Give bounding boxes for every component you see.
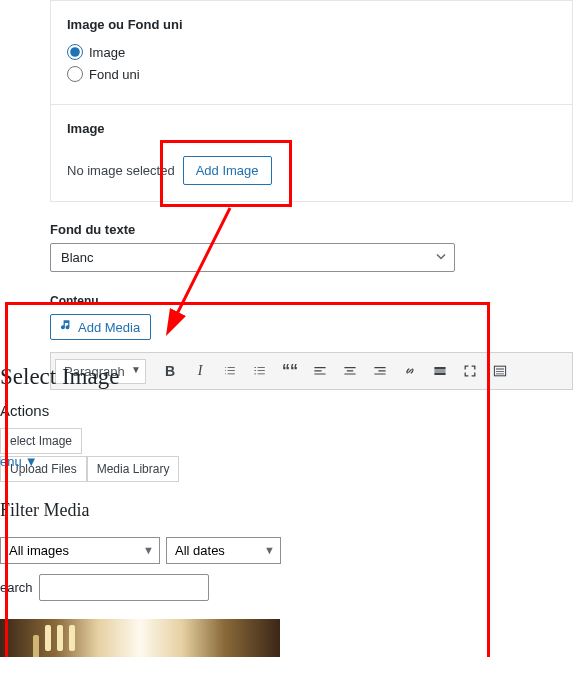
radio-fonduni-label: Fond uni (89, 67, 140, 82)
modal-title: Select Image (0, 364, 119, 390)
blockquote-button[interactable]: ““ (276, 356, 304, 386)
add-image-button[interactable]: Add Image (183, 156, 272, 185)
no-image-text: No image selected (67, 163, 175, 178)
media-thumbnail[interactable] (0, 619, 280, 657)
radio-section-title: Image ou Fond uni (67, 17, 556, 32)
create-menu-link[interactable]: enu ▼ (0, 454, 38, 469)
align-left-button[interactable] (306, 356, 334, 386)
align-right-button[interactable] (366, 356, 394, 386)
bullet-list-button[interactable] (216, 356, 244, 386)
fullscreen-button[interactable] (456, 356, 484, 386)
search-input[interactable] (39, 574, 209, 601)
bold-button[interactable]: B (156, 356, 184, 386)
radio-option-fonduni[interactable]: Fond uni (67, 66, 556, 82)
fond-texte-select[interactable]: Blanc (50, 243, 455, 272)
link-button[interactable] (396, 356, 424, 386)
contenu-label: Contenu (50, 294, 573, 308)
filter-type-select[interactable]: All images (0, 537, 160, 564)
italic-button[interactable]: I (186, 356, 214, 386)
tab-media-library[interactable]: Media Library (87, 456, 180, 482)
radio-option-image[interactable]: Image (67, 44, 556, 60)
editor-toolbar: Paragraph ▼ B I ““ (50, 352, 573, 390)
numbered-list-button[interactable] (246, 356, 274, 386)
radio-section: Image ou Fond uni Image Fond uni Image N… (50, 0, 573, 202)
music-note-icon (61, 319, 74, 335)
add-media-button[interactable]: Add Media (50, 314, 151, 340)
align-center-button[interactable] (336, 356, 364, 386)
toolbar-toggle-button[interactable] (486, 356, 514, 386)
triangle-down-icon: ▼ (25, 454, 38, 469)
filter-date-select[interactable]: All dates (166, 537, 281, 564)
tab-select-image[interactable]: elect Image (0, 428, 82, 454)
radio-image-label: Image (89, 45, 125, 60)
image-section-title: Image (67, 121, 556, 136)
fond-texte-select-wrap[interactable]: Blanc (50, 243, 455, 272)
filter-media-title: Filter Media (0, 500, 573, 521)
search-label: earch (0, 580, 33, 595)
radio-image-input[interactable] (67, 44, 83, 60)
read-more-button[interactable] (426, 356, 454, 386)
radio-fonduni-input[interactable] (67, 66, 83, 82)
actions-label: Actions (0, 402, 49, 419)
fond-texte-label: Fond du texte (50, 222, 573, 237)
